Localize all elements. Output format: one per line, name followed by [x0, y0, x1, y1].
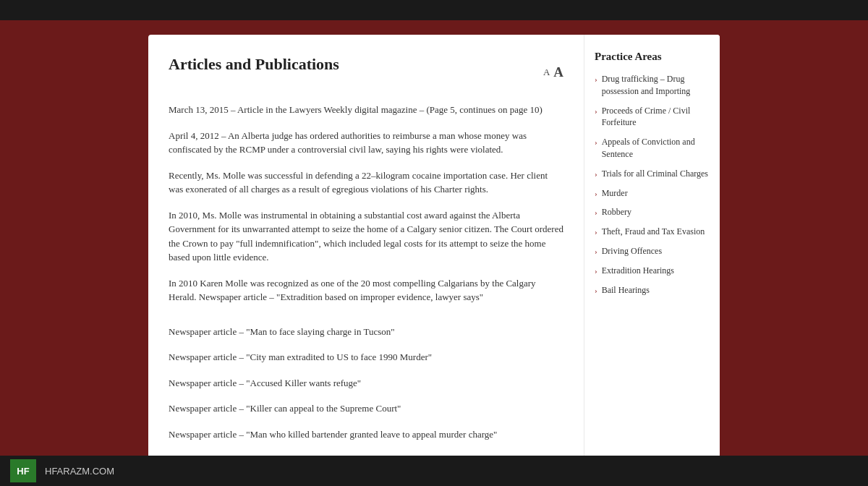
practice-item-label: Theft, Fraud and Tax Evasion	[602, 226, 705, 238]
font-small-button[interactable]: A	[543, 67, 550, 78]
page-title: Articles and Publications	[169, 55, 339, 74]
practice-item-2[interactable]: ›Proceeds of Crime / Civil Forfeiture	[595, 105, 710, 129]
chevron-icon: ›	[595, 106, 597, 115]
practice-item-5[interactable]: ›Murder	[595, 187, 710, 200]
chevron-icon: ›	[595, 247, 597, 255]
chevron-icon: ›	[595, 266, 597, 275]
article-item-3[interactable]: Recently, Ms. Molle was successful in de…	[169, 169, 563, 197]
article-item-4[interactable]: In 2010, Ms. Molle was instrumental in o…	[169, 208, 563, 265]
practice-item-label: Robbery	[602, 206, 631, 218]
header-row: Articles and Publications A A	[169, 55, 563, 90]
practice-item-label: Murder	[602, 187, 628, 200]
article-item-10[interactable]: Newspaper article – "Man who killed bart…	[169, 427, 563, 442]
chevron-icon: ›	[595, 208, 597, 216]
article-item-7[interactable]: Newspaper article – "City man extradited…	[169, 350, 563, 364]
hf-logo: HF	[10, 459, 36, 482]
right-panel: Practice Areas ›Drug trafficking – Drug …	[584, 35, 720, 486]
content-card: Articles and Publications A A March 13, …	[148, 35, 720, 486]
bottom-bar: HF HFARAZM.COM	[0, 456, 868, 486]
article-item-6[interactable]: Newspaper article – "Man to face slaying…	[169, 325, 563, 339]
chevron-icon: ›	[595, 169, 597, 178]
practice-item-label: Appeals of Conviction and Sentence	[602, 136, 710, 161]
practice-item-7[interactable]: ›Theft, Fraud and Tax Evasion	[595, 226, 710, 238]
practice-item-label: Drug trafficking – Drug possession and I…	[602, 73, 710, 98]
practice-items-list: ›Drug trafficking – Drug possession and …	[595, 73, 710, 296]
article-item-2[interactable]: April 4, 2012 – An Alberta judge has ord…	[169, 129, 563, 157]
spacer	[169, 316, 563, 325]
main-content: Articles and Publications A A March 13, …	[148, 20, 720, 456]
chevron-icon: ›	[595, 286, 597, 294]
practice-item-label: Proceeds of Crime / Civil Forfeiture	[602, 105, 710, 129]
practice-item-3[interactable]: ›Appeals of Conviction and Sentence	[595, 136, 710, 161]
chevron-icon: ›	[595, 137, 597, 146]
left-panel: Articles and Publications A A March 13, …	[148, 35, 584, 486]
articles-list: March 13, 2015 – Article in the Lawyers …	[169, 103, 563, 486]
chevron-icon: ›	[595, 74, 597, 83]
practice-item-9[interactable]: ›Extradition Hearings	[595, 265, 710, 277]
practice-item-6[interactable]: ›Robbery	[595, 206, 710, 218]
practice-item-label: Bail Hearings	[602, 284, 650, 297]
top-bar	[0, 0, 868, 20]
article-item-1[interactable]: March 13, 2015 – Article in the Lawyers …	[169, 103, 563, 117]
article-item-9[interactable]: Newspaper article – "Killer can appeal t…	[169, 401, 563, 416]
practice-item-4[interactable]: ›Trials for all Criminal Charges	[595, 168, 710, 180]
article-item-5[interactable]: In 2010 Karen Molle was recognized as on…	[169, 276, 563, 304]
chevron-icon: ›	[595, 189, 597, 197]
practice-item-label: Driving Offences	[602, 245, 662, 257]
practice-item-10[interactable]: ›Bail Hearings	[595, 284, 710, 297]
practice-item-label: Trials for all Criminal Charges	[602, 168, 708, 180]
chevron-icon: ›	[595, 227, 597, 236]
footer-url: HFARAZM.COM	[45, 466, 114, 477]
font-controls: A A	[543, 64, 563, 80]
font-large-button[interactable]: A	[553, 64, 563, 80]
practice-areas-title: Practice Areas	[595, 51, 710, 63]
article-item-8[interactable]: Newspaper article – "Accused Killer want…	[169, 376, 563, 391]
practice-item-1[interactable]: ›Drug trafficking – Drug possession and …	[595, 73, 710, 98]
practice-item-8[interactable]: ›Driving Offences	[595, 245, 710, 257]
practice-item-label: Extradition Hearings	[602, 265, 674, 277]
